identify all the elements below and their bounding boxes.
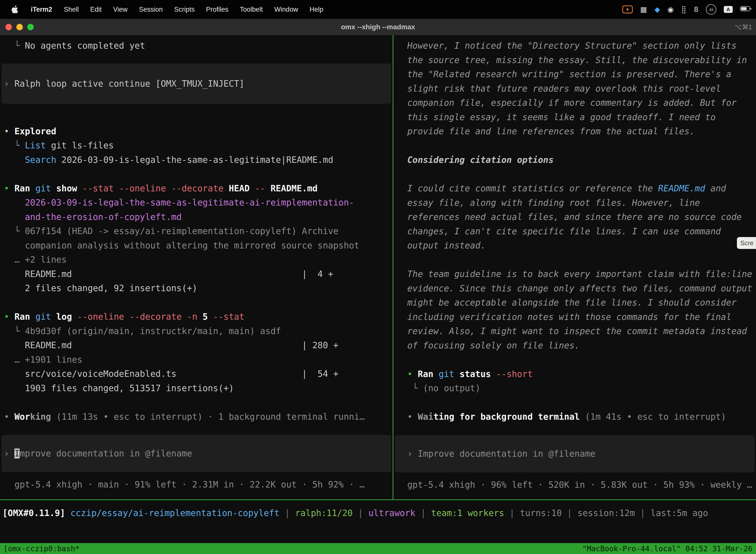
menu-item[interactable]: Edit bbox=[84, 6, 108, 13]
terminal-line: the "Related research writing" section i… bbox=[393, 67, 756, 82]
blue-app-icon[interactable]: ◆ bbox=[654, 6, 660, 13]
minimize-button[interactable] bbox=[16, 24, 23, 30]
omx-status-line: [OMX#0.11.9] cczip/essay/ai-reimplementa… bbox=[2, 506, 708, 520]
terminal-line: and-the-erosion-of-copyleft.md bbox=[0, 210, 393, 224]
zoom-button[interactable] bbox=[27, 24, 34, 30]
terminal-blank-line bbox=[0, 167, 393, 181]
desktop: iTerm2 ShellEditViewSessionScriptsProfil… bbox=[0, 0, 756, 554]
menu-app-name[interactable]: iTerm2 bbox=[25, 6, 58, 13]
terminal-blank-line bbox=[393, 167, 756, 182]
close-button[interactable] bbox=[5, 24, 12, 30]
terminal-blank-line bbox=[393, 396, 756, 410]
pane-divider[interactable] bbox=[393, 35, 393, 500]
screen-share-chip-label: Scre bbox=[740, 239, 754, 247]
battery-icon[interactable] bbox=[740, 6, 752, 13]
terminal-line: gpt-5.4 xhigh · main · 91% left · 2.31M … bbox=[0, 478, 393, 492]
terminal-line: companion analysis without altering the … bbox=[0, 238, 393, 253]
terminal-line: However, I noticed the "Directory Struct… bbox=[393, 39, 756, 53]
terminal-line: The team guideline is to back every impo… bbox=[393, 267, 756, 281]
tmux-session-label: [omx-cczip0:bash* bbox=[3, 544, 80, 553]
screen-recording-icon[interactable] bbox=[622, 5, 633, 13]
terminal-line: • Ran git status --short bbox=[393, 367, 756, 382]
dots-grid-icon[interactable]: ⣿ bbox=[681, 6, 686, 13]
terminal-line: └ (no output) bbox=[393, 381, 756, 396]
battery-gauge-label: .61 bbox=[709, 7, 714, 12]
terminal-line: evidence. Since this change only affects… bbox=[393, 281, 756, 296]
menu-bar-status-icons: ▦ ◆ ◉ ⣿ 8 .61 A bbox=[622, 4, 756, 15]
menu-item[interactable]: Toolbelt bbox=[234, 6, 269, 13]
terminal-line: README.md | 280 + bbox=[0, 338, 393, 353]
title-bar: omx --xhigh --madmax ⌥⌘1 bbox=[0, 19, 756, 36]
terminal-line: └ 067f154 (HEAD -> essay/ai-reimplementa… bbox=[0, 224, 393, 238]
menu-item[interactable]: Window bbox=[269, 6, 304, 13]
terminal-line: companion file, especially if more comme… bbox=[393, 96, 756, 110]
terminal-line: └ List git ls-files bbox=[0, 138, 393, 153]
terminal-line: essay file, along with finding root file… bbox=[393, 196, 756, 210]
terminal-line: • Ran git log --oneline --decorate -n 5 … bbox=[0, 310, 393, 324]
terminal-line: src/voice/voiceModeEnabled.ts | 54 + bbox=[0, 367, 393, 381]
terminal-line: review. Also, I might want to inspect th… bbox=[393, 324, 756, 339]
terminal-line: slight risk that future readers may over… bbox=[393, 82, 756, 96]
traffic-lights bbox=[5, 19, 34, 35]
terminal-line: • Waiting for background terminal (1m 41… bbox=[393, 410, 756, 424]
apple-menu-icon[interactable] bbox=[8, 5, 25, 14]
window-grid-icon[interactable]: ▦ bbox=[640, 6, 647, 13]
window-shortcut: ⌥⌘1 bbox=[735, 19, 752, 35]
menu-item[interactable]: Profiles bbox=[200, 6, 234, 13]
menu-item[interactable]: Help bbox=[304, 6, 329, 13]
tmux-host-clock: "MacBook-Pro-44.local" 04:52 31-Mar-26 bbox=[582, 544, 753, 553]
keyhole-status-icon[interactable]: 8 bbox=[694, 6, 698, 13]
terminal-line: this single essay, it seems like a good … bbox=[393, 110, 756, 125]
menu-bar: iTerm2 ShellEditViewSessionScriptsProfil… bbox=[0, 0, 756, 19]
terminal-pane-left[interactable]: └ No agents completed yet› Ralph loop ac… bbox=[0, 35, 393, 499]
menu-bar-left: iTerm2 ShellEditViewSessionScriptsProfil… bbox=[0, 5, 329, 14]
terminal-line: 2 files changed, 92 insertions(+) bbox=[0, 281, 393, 296]
terminal-line: might be acceptable alongside the file l… bbox=[393, 296, 756, 310]
prompt-input[interactable]: › Improve documentation in @filename bbox=[395, 435, 755, 472]
terminal-line: the source tree, missing the essay. Stil… bbox=[393, 53, 756, 67]
tmux-status-bar: [omx-cczip0:bash* "MacBook-Pro-44.local"… bbox=[0, 543, 756, 554]
terminal-line: • Explored bbox=[0, 124, 393, 139]
terminal-line: 2026-03-09-is-legal-the-same-as-legitima… bbox=[0, 196, 393, 210]
terminal-line: references need actual files, and since … bbox=[393, 210, 756, 224]
screen-share-chip[interactable]: Scre bbox=[737, 237, 756, 249]
terminal-line: Considering citation options bbox=[393, 153, 756, 167]
prompt-input[interactable]: › Improve documentation in @filename bbox=[1, 435, 391, 472]
menu-item[interactable]: View bbox=[107, 6, 133, 13]
terminal-line: … +1901 lines bbox=[0, 353, 393, 367]
menu-items: ShellEditViewSessionScriptsProfilesToolb… bbox=[58, 6, 329, 13]
terminal-blank-line bbox=[393, 353, 756, 367]
menu-item[interactable]: Scripts bbox=[169, 6, 200, 13]
terminal-line: • Working (11m 13s • esc to interrupt) ·… bbox=[0, 410, 393, 424]
window-title: omx --xhigh --madmax bbox=[341, 23, 415, 31]
pane-divider-horizontal[interactable] bbox=[0, 499, 756, 500]
menu-item[interactable]: Session bbox=[133, 6, 169, 13]
terminal-line: └ 4b9d30f (origin/main, instructkr/main,… bbox=[0, 324, 393, 339]
terminal-line: of focusing solely on file lines. bbox=[393, 339, 756, 353]
terminal-line: • Ran git show --stat --oneline --decora… bbox=[0, 181, 393, 196]
terminal-line: I could cite commit statistics or refere… bbox=[393, 181, 756, 196]
input-source-label: A bbox=[726, 6, 730, 12]
terminal-line: README.md | 4 + bbox=[0, 267, 393, 281]
input-source-icon[interactable]: A bbox=[724, 6, 733, 13]
terminal-line: changes, I can't cite specific file line… bbox=[393, 224, 756, 239]
terminal-line: Search 2026-03-09-is-legal-the-same-as-l… bbox=[0, 153, 393, 167]
terminal-blank-line bbox=[0, 296, 393, 310]
menu-item[interactable]: Shell bbox=[58, 6, 84, 13]
notice-box: › Ralph loop active continue [OMX_TMUX_I… bbox=[1, 63, 391, 104]
circle-app-icon[interactable]: ◉ bbox=[668, 6, 674, 13]
terminal-line: output instead. bbox=[393, 238, 756, 253]
terminal-line: gpt-5.4 xhigh · 96% left · 520K in · 5.8… bbox=[393, 478, 756, 492]
terminal-line: provide file and line references from th… bbox=[393, 124, 756, 139]
terminal-line: └ No agents completed yet bbox=[0, 39, 393, 53]
terminal-blank-line bbox=[393, 139, 756, 153]
terminal-blank-line bbox=[393, 253, 756, 267]
terminal-line: 1903 files changed, 513517 insertions(+) bbox=[0, 381, 393, 396]
terminal-pane-right[interactable]: However, I noticed the "Directory Struct… bbox=[393, 35, 756, 499]
terminal-blank-line bbox=[0, 395, 393, 410]
terminal-line: including verification notes with those … bbox=[393, 310, 756, 324]
terminal-line: … +2 lines bbox=[0, 253, 393, 267]
battery-gauge-icon[interactable]: .61 bbox=[706, 4, 716, 15]
